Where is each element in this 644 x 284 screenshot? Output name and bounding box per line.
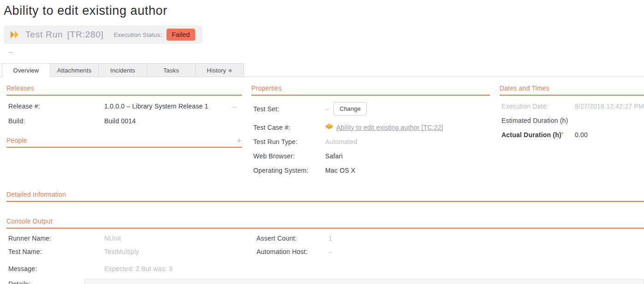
test-run-type-row: Test Run Type: Automated bbox=[251, 138, 490, 145]
detailed-information-section: Detailed Information bbox=[6, 191, 644, 202]
build-label: Build: bbox=[6, 117, 104, 125]
message-label: Message: bbox=[6, 265, 104, 272]
artifact-header-bar: Test Run [TR:280] Execution Status: Fail… bbox=[4, 25, 203, 44]
expand-people-icon[interactable]: + bbox=[237, 138, 242, 144]
execution-date-label: Execution Date: bbox=[500, 103, 575, 110]
page-title: Ability to edit existing author bbox=[4, 4, 644, 18]
assert-count-value: 1 bbox=[328, 235, 332, 242]
release-number-row: Release #: 1.0.0.0 – Library System Rele… bbox=[6, 102, 242, 110]
runner-name-label: Runner Name: bbox=[6, 235, 104, 242]
breadcrumb: – bbox=[9, 48, 644, 58]
execution-date-value: 8/27/2018 12:42:27 PM bbox=[575, 103, 644, 110]
releases-section-header: Releases bbox=[6, 85, 242, 96]
test-set-label: Test Set: bbox=[251, 105, 325, 113]
double-chevron-icon bbox=[10, 30, 21, 39]
test-run-type-label: Test Run Type: bbox=[251, 138, 325, 145]
console-row-1: Runner Name: NUnit Assert Count: 1 bbox=[6, 234, 644, 242]
change-test-set-button[interactable]: Change bbox=[334, 102, 367, 115]
test-set-value: – bbox=[325, 105, 329, 113]
actual-duration-row: Actual Duration (h)* 0.00 bbox=[500, 131, 644, 139]
operating-system-label: Operating System: bbox=[251, 167, 325, 174]
detailed-information-title: Detailed Information bbox=[6, 191, 66, 198]
assert-count-row: Assert Count: 1 bbox=[255, 234, 332, 242]
web-browser-row: Web Browser: Safari bbox=[251, 152, 490, 160]
tab-history[interactable]: History✱ bbox=[196, 63, 244, 77]
artifact-id: [TR:280] bbox=[67, 30, 103, 40]
required-field-mark: * bbox=[561, 131, 563, 137]
dates-column: Dates and Times Execution Date: 8/27/201… bbox=[500, 85, 644, 174]
test-run-type-value: Automated bbox=[325, 138, 358, 145]
console-output-section: Console Output Runner Name: NUnit Assert… bbox=[6, 218, 644, 284]
test-case-label: Test Case #: bbox=[251, 124, 325, 131]
operating-system-row: Operating System: Mac OS X bbox=[251, 166, 490, 174]
dates-section-title: Dates and Times bbox=[500, 85, 549, 92]
people-section-title: People bbox=[6, 137, 27, 144]
actual-duration-label-text: Actual Duration (h) bbox=[501, 131, 561, 139]
automation-host-row: Automation Host: – bbox=[255, 248, 332, 255]
execution-date-row: Execution Date: 8/27/2018 12:42:27 PM bbox=[500, 102, 644, 110]
message-value: Expected: 2 But was: 3 bbox=[104, 265, 173, 272]
dates-section-header: Dates and Times bbox=[500, 85, 644, 96]
message-row: Message: Expected: 2 But was: 3 bbox=[6, 265, 644, 272]
properties-section-title: Properties bbox=[251, 85, 282, 92]
automation-host-value: – bbox=[328, 248, 332, 255]
test-name-value: TestMultiply bbox=[104, 248, 139, 255]
automation-host-label: Automation Host: bbox=[255, 248, 328, 255]
execution-status-label: Execution Status: bbox=[114, 31, 162, 38]
people-section-header: People + bbox=[6, 137, 242, 148]
details-label: Details: bbox=[6, 279, 84, 284]
tab-tasks[interactable]: Tasks bbox=[147, 63, 196, 77]
console-output-title: Console Output bbox=[6, 218, 53, 225]
properties-column: Properties Test Set: – Change Test Case … bbox=[251, 85, 490, 174]
releases-column: Releases Release #: 1.0.0.0 – Library Sy… bbox=[6, 85, 242, 174]
console-output-header: Console Output bbox=[6, 218, 644, 229]
assert-count-label: Assert Count: bbox=[255, 235, 328, 242]
tab-history-label: History bbox=[207, 67, 226, 74]
tab-incidents[interactable]: Incidents bbox=[99, 63, 147, 77]
build-value: Build 0014 bbox=[104, 117, 136, 125]
test-case-row: Test Case #: Ability to edit existing au… bbox=[251, 123, 490, 131]
web-browser-label: Web Browser: bbox=[251, 152, 325, 160]
test-name-label: Test Name: bbox=[6, 248, 104, 255]
test-set-row: Test Set: – Change bbox=[251, 102, 490, 115]
tab-attachments[interactable]: Attachments bbox=[50, 63, 99, 77]
properties-section-header: Properties bbox=[251, 85, 490, 96]
estimated-duration-label: Estimated Duration (h) bbox=[500, 117, 575, 124]
tab-bar: Overview Attachments Incidents Tasks His… bbox=[0, 63, 644, 77]
releases-section-title: Releases bbox=[6, 85, 34, 92]
console-row-2: Test Name: TestMultiply Automation Host:… bbox=[6, 248, 644, 255]
details-textarea[interactable]: at SampleTestSuite.SampleTest.TestMultip… bbox=[84, 279, 644, 284]
overview-panel: Releases Release #: 1.0.0.0 – Library Sy… bbox=[0, 77, 644, 284]
test-name-row: Test Name: TestMultiply bbox=[6, 248, 255, 255]
estimated-duration-row: Estimated Duration (h) bbox=[500, 116, 644, 124]
detailed-information-header: Detailed Information bbox=[6, 191, 644, 202]
status-badge: Failed bbox=[167, 29, 195, 41]
actual-duration-label: Actual Duration (h)* bbox=[500, 131, 575, 139]
test-case-icon bbox=[325, 123, 333, 131]
runner-name-row: Runner Name: NUnit bbox=[6, 234, 255, 242]
history-changes-icon: ✱ bbox=[228, 68, 232, 73]
release-number-label: Release #: bbox=[6, 103, 104, 110]
operating-system-value: Mac OS X bbox=[325, 167, 355, 174]
message-row-inner: Message: Expected: 2 But was: 3 bbox=[6, 265, 255, 272]
test-case-link[interactable]: Ability to edit existing author [TC:22] bbox=[336, 124, 443, 131]
go-to-release-icon[interactable]: → bbox=[231, 102, 242, 110]
build-row: Build: Build 0014 bbox=[6, 117, 242, 125]
runner-name-value: NUnit bbox=[104, 235, 121, 242]
artifact-type-label: Test Run bbox=[25, 30, 63, 40]
web-browser-value: Safari bbox=[325, 152, 343, 160]
release-number-value: 1.0.0.0 – Library System Release 1 bbox=[104, 103, 208, 110]
tab-overview[interactable]: Overview bbox=[2, 63, 50, 77]
details-row: Details: at SampleTestSuite.SampleTest.T… bbox=[6, 279, 644, 284]
actual-duration-value: 0.00 bbox=[575, 131, 588, 139]
